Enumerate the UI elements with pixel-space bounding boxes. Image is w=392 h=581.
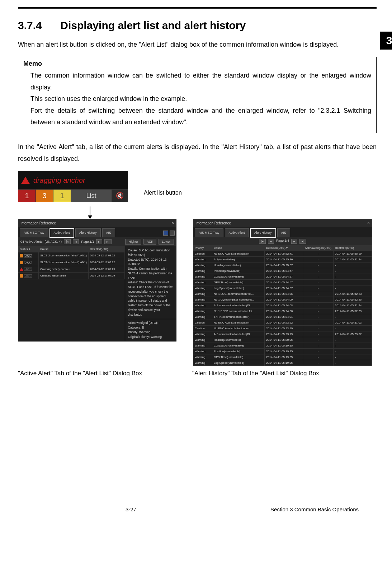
warning-icon [20, 274, 23, 278]
table-row[interactable]: WarningHeading(unavailable)2014-04-11 05… [193, 262, 372, 268]
active-alert-table: Status ▾ Cause Detected(UTC) ACK SLC1-2 … [18, 246, 125, 341]
page-last-button[interactable]: ▸| [104, 239, 111, 244]
alarm-count-yellow[interactable]: 1 [53, 190, 71, 202]
dialog-title: Information Reference [20, 221, 56, 225]
tab-active-alert[interactable]: Active Alert [225, 228, 249, 237]
heading-number: 3.7.4 [18, 19, 57, 32]
lower-button[interactable]: Lower [159, 239, 174, 245]
table-row[interactable]: ACK SLC1-2 communication failed(LAN1) 20… [18, 252, 125, 259]
table-row[interactable]: WarningNo.1 EPFS communication fai...201… [193, 308, 372, 314]
page-first-button[interactable]: |◂ [259, 239, 266, 244]
chapter-tab: 3 [380, 32, 392, 50]
table-row[interactable]: WarningCOG/SOG(unavailable)2014-04-11 05… [193, 343, 372, 349]
table-row[interactable]: WarningTXRX(communication error)2014-04-… [193, 314, 372, 320]
table-row[interactable]: WarningGPS Time(unavailable)2014-04-11 0… [193, 354, 372, 360]
memo-line-1: The common information window can be swi… [30, 70, 371, 93]
table-row[interactable]: WarningNo.1 LOG communication fail...201… [193, 291, 372, 297]
alarm-triangle-icon [21, 177, 30, 184]
tab-alert-history[interactable]: Alert History [75, 228, 101, 237]
page-prev-button[interactable]: ◂ [73, 239, 79, 244]
dialog-title: Information Reference [195, 221, 231, 225]
close-icon[interactable]: × [367, 220, 370, 226]
tab-ais[interactable]: AIS [102, 228, 115, 237]
callout-text: Alert list button [144, 190, 182, 196]
table-row[interactable]: WarningGPS Time(unavailable)2014-04-11 0… [193, 280, 372, 285]
unack-count: (UNACK: 4) [45, 240, 62, 243]
col-rectified[interactable]: Rectified(UTC) [334, 245, 372, 251]
heading-text: Displaying alert list and alert history [60, 19, 246, 31]
table-row[interactable]: WarningAIS communication failed(Di...201… [193, 303, 372, 308]
table-row[interactable]: WarningNo.1 Gyrocompass communic...2014-… [193, 297, 372, 303]
table-row[interactable]: WarningAIS(unavailable)2014-04-11 05:25:… [193, 257, 372, 262]
page-last-button[interactable]: ▸| [299, 239, 306, 244]
table-row[interactable]: ACK Crossing safety contour 2014-05-12 1… [18, 266, 125, 273]
page-prev-button[interactable]: ◂ [268, 239, 274, 244]
page-next-button[interactable]: ▸ [291, 239, 297, 244]
table-row[interactable]: WarningCOG/SOG(unavailable)2014-04-11 05… [193, 274, 372, 280]
memo-line-3: Fort the details of switching between th… [30, 105, 371, 128]
table-row[interactable]: ACK SLC1-1 communication failed(LAN1) 20… [18, 259, 125, 266]
ack-chip[interactable]: ACK [24, 254, 32, 257]
alarm-count-red[interactable]: 1 [18, 190, 36, 202]
col-detected[interactable]: Detected(UTC) ▾ [265, 245, 303, 251]
top-rule [18, 7, 377, 9]
ack-chip[interactable]: ACK [24, 274, 32, 278]
caption-active-alert: "Active Alert" Tab of the "Alert List" D… [18, 370, 176, 377]
alarm-count-orange[interactable]: 3 [36, 190, 53, 202]
paragraph-2: In the "Active Alert" tab, a list of the… [18, 141, 377, 164]
mute-speaker-icon[interactable]: 🔇 [112, 190, 128, 202]
ack-button[interactable]: ACK [143, 239, 157, 245]
col-cause[interactable]: Cause [212, 245, 265, 251]
ack-chip[interactable]: ACK [24, 261, 32, 264]
table-row[interactable]: WarningLog Speed(unavailable)2014-04-11 … [193, 285, 372, 291]
warning-icon [20, 254, 23, 257]
arrow-down-icon [90, 206, 90, 219]
page-indicator: Page:1/1 [81, 240, 94, 243]
page-next-button[interactable]: ▸ [96, 239, 102, 244]
tab-ais-msg-tray[interactable]: AIS MSG Tray [195, 228, 223, 237]
table-row[interactable]: ACK Crossing depth area 2014-05-12 17:07… [18, 273, 125, 279]
table-row[interactable]: WarningPosition(unavailable)2014-04-11 0… [193, 268, 372, 274]
table-row[interactable]: CautionNo ENC Available indication2014-0… [193, 320, 372, 326]
footer-page-number: 3-27 [126, 506, 136, 512]
tab-alert-history[interactable]: Alert History [250, 228, 276, 237]
active-alerts-count: 04 Active Alerts [20, 240, 43, 243]
table-row[interactable]: WarningPosition(unavailable)2014-04-11 0… [193, 349, 372, 354]
window-mode-icon-2[interactable] [170, 231, 175, 236]
memo-box: Memo The common information window can b… [18, 57, 377, 133]
memo-title: Memo [23, 60, 371, 68]
dragging-anchor-text: dragging anchor [33, 176, 85, 185]
col-acknowledged[interactable]: Acknowledged(UTC) [303, 245, 334, 251]
table-row[interactable]: CautionNo ENC Available indication2014-0… [193, 326, 372, 331]
tab-ais[interactable]: AIS [277, 228, 291, 237]
table-row[interactable]: WarningAIS communication failed(Di...201… [193, 331, 372, 337]
table-row[interactable]: WarningHeading(unavailable)2014-04-11 05… [193, 337, 372, 343]
memo-line-2: This section uses the enlarged window in… [30, 93, 371, 104]
table-row[interactable]: WarningLog Speed(unavailable)2014-04-11 … [193, 360, 372, 366]
alarm-icon [20, 268, 23, 271]
tab-ais-msg-tray[interactable]: AIS MSG Tray [20, 228, 48, 237]
history-rows-container: CautionNo ENC Available indication2014-0… [193, 251, 372, 366]
alert-list-button[interactable]: List [71, 190, 112, 202]
col-status[interactable]: Status ▾ [18, 246, 39, 252]
close-icon[interactable]: × [171, 220, 174, 226]
alert-bar-top: dragging anchor [18, 171, 128, 189]
higher-button[interactable]: Higher [125, 239, 141, 245]
section-heading: 3.7.4 Displaying alert list and alert hi… [18, 19, 377, 32]
callout-line [132, 193, 142, 193]
col-cause[interactable]: Cause [39, 246, 89, 252]
intro-paragraph: When an alert list button is clicked on,… [18, 39, 377, 50]
col-priority[interactable]: Priority [193, 245, 212, 251]
col-detected[interactable]: Detected(UTC) [89, 246, 125, 252]
page-indicator: Page:1/4 [276, 239, 289, 244]
alert-list-button-callout: Alert list button [132, 190, 182, 196]
table-row[interactable]: CautionNo ENC Available indication2014-0… [193, 251, 372, 257]
tab-active-alert[interactable]: Active Alert [50, 228, 74, 237]
window-mode-icon[interactable] [163, 231, 168, 236]
active-alert-dialog: Information Reference × AIS MSG Tray Act… [18, 219, 176, 341]
page-first-button[interactable]: |◂ [64, 239, 71, 244]
alert-history-dialog: Information Reference × AIS MSG Tray Act… [193, 219, 372, 366]
caption-alert-history: "Alert History" Tab of the "Alert List" … [192, 370, 371, 377]
ack-chip[interactable]: ACK [24, 268, 32, 271]
footer-section: Section 3 Common Basic Operations [270, 506, 359, 512]
